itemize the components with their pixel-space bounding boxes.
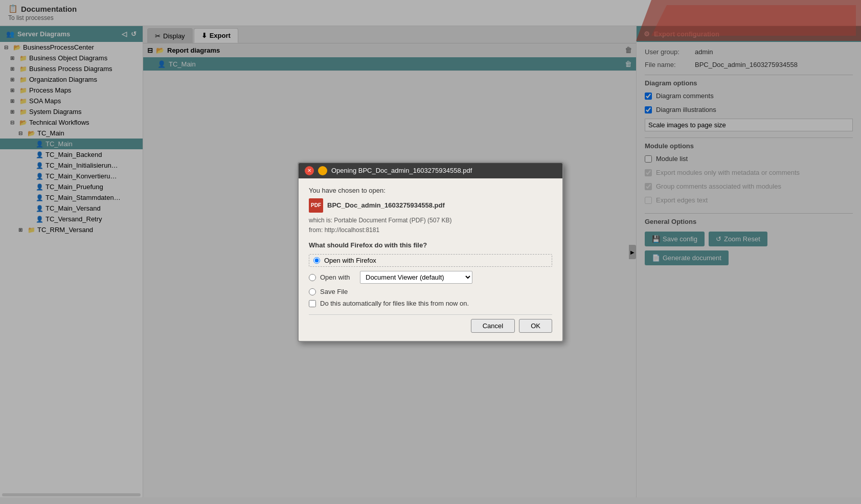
modal-dialog: ✕ Opening BPC_Doc_admin_1603275934558.pd… (298, 162, 563, 342)
auto-label: Do this automatically for files like thi… (320, 300, 469, 307)
modal-overlay: ✕ Opening BPC_Doc_admin_1603275934558.pd… (0, 0, 861, 504)
modal-question-text: What should Firefox do with this file? (309, 241, 552, 249)
modal-buttons: Cancel OK (309, 314, 552, 333)
open-with-app-select[interactable]: Document Viewer (default) (360, 271, 472, 284)
open-with-radio[interactable] (309, 274, 316, 281)
open-with-radio-row: Open with Document Viewer (default) (309, 271, 552, 284)
open-firefox-radio-row: Open with Firefox (309, 254, 552, 267)
auto-checkbox[interactable] (309, 300, 316, 307)
modal-file-info-1: which is: Portable Document Format (PDF)… (309, 217, 451, 224)
open-firefox-radio[interactable] (313, 257, 320, 264)
auto-checkbox-row: Do this automatically for files like thi… (309, 300, 552, 307)
modal-titlebar: ✕ Opening BPC_Doc_admin_1603275934558.pd… (299, 163, 562, 178)
modal-filename-text: BPC_Doc_admin_1603275934558.pdf (327, 201, 445, 209)
modal-file-info-2: from: http://localhost:8181 (309, 226, 379, 234)
pdf-icon: PDF (309, 198, 323, 213)
save-file-radio[interactable] (309, 288, 316, 295)
modal-intro-text: You have chosen to open: (309, 187, 552, 194)
modal-min-button[interactable] (318, 166, 327, 175)
open-with-label: Open with (320, 273, 356, 281)
modal-title: Opening BPC_Doc_admin_1603275934558.pdf (331, 167, 472, 174)
modal-body: You have chosen to open: PDF BPC_Doc_adm… (299, 178, 562, 341)
modal-file-info: which is: Portable Document Format (PDF)… (309, 216, 552, 235)
modal-filename-row: PDF BPC_Doc_admin_1603275934558.pdf (309, 198, 552, 213)
save-file-radio-row: Save File (309, 288, 552, 295)
modal-cancel-button[interactable]: Cancel (471, 319, 515, 333)
modal-ok-button[interactable]: OK (519, 319, 552, 333)
save-file-label: Save File (320, 288, 348, 295)
modal-close-button[interactable]: ✕ (305, 166, 314, 175)
open-firefox-label: Open with Firefox (324, 257, 376, 264)
